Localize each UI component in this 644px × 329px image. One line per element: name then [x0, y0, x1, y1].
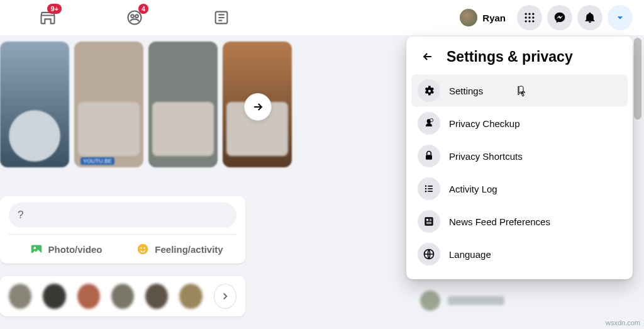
friend-avatar[interactable] — [43, 284, 65, 309]
vertical-scrollbar[interactable] — [634, 38, 643, 327]
settings-label: Settings — [449, 86, 483, 96]
svg-point-10 — [525, 20, 527, 22]
activity-log-item[interactable]: Activity Log — [411, 172, 628, 205]
settings-item[interactable]: Settings — [411, 74, 628, 107]
news-tab[interactable] — [206, 3, 236, 33]
contact-name — [448, 296, 504, 305]
svg-point-5 — [528, 13, 530, 15]
news-feed-preferences-item[interactable]: News Feed Preferences — [411, 205, 628, 238]
gear-icon — [423, 84, 435, 97]
panel-title: Settings & privacy — [447, 48, 573, 65]
feeling-activity-option[interactable]: Feeling/activity — [123, 237, 236, 261]
svg-point-9 — [532, 16, 534, 18]
svg-rect-21 — [426, 155, 432, 160]
svg-point-8 — [528, 16, 530, 18]
svg-rect-31 — [430, 220, 431, 221]
svg-rect-28 — [425, 217, 433, 225]
groups-tab[interactable]: 4 — [119, 3, 150, 33]
svg-rect-32 — [426, 222, 431, 223]
privacy-checkup-item[interactable]: Privacy Checkup — [411, 107, 628, 140]
story-card[interactable] — [148, 42, 218, 167]
back-button[interactable] — [418, 47, 438, 67]
groups-badge: 4 — [138, 4, 148, 14]
grid-icon — [523, 11, 536, 24]
friend-avatar[interactable] — [145, 284, 168, 309]
svg-point-20 — [430, 119, 433, 122]
svg-rect-33 — [426, 223, 431, 224]
settings-privacy-panel: Settings & privacy Settings Privacy Chec… — [406, 36, 633, 279]
svg-point-22 — [425, 186, 427, 187]
marketplace-tab[interactable]: 9+ — [33, 3, 63, 33]
nav-center-tabs: 9+ 4 — [8, 3, 236, 33]
svg-rect-27 — [428, 191, 433, 192]
feeling-icon — [136, 242, 150, 256]
divider — [9, 234, 236, 235]
lock-icon — [423, 150, 435, 162]
story-card[interactable]: YOUTU.BE — [74, 42, 143, 167]
notifications-button[interactable] — [577, 5, 602, 30]
privacy-checkup-icon — [423, 117, 435, 130]
activity-log-label: Activity Log — [449, 184, 497, 194]
nav-right-controls: Ryan — [457, 5, 633, 30]
privacy-shortcuts-label: Privacy Shortcuts — [449, 151, 523, 162]
svg-point-23 — [425, 188, 427, 190]
panel-header: Settings & privacy — [411, 43, 628, 74]
stories-next-button[interactable] — [244, 93, 272, 121]
bell-icon — [584, 11, 596, 24]
caret-down-icon — [614, 11, 626, 24]
menu-grid-button[interactable] — [517, 5, 542, 30]
friends-next-button[interactable] — [214, 284, 236, 309]
svg-rect-29 — [426, 219, 428, 221]
news-icon — [213, 9, 230, 26]
svg-point-2 — [135, 14, 138, 18]
chevron-right-icon — [219, 291, 231, 302]
language-item[interactable]: Language — [411, 238, 628, 270]
friends-row — [0, 276, 245, 316]
friend-avatar[interactable] — [111, 284, 134, 309]
privacy-shortcuts-item[interactable]: Privacy Shortcuts — [411, 140, 628, 172]
svg-point-4 — [525, 13, 527, 15]
contact-avatar — [420, 291, 440, 311]
svg-point-6 — [532, 13, 534, 15]
messenger-button[interactable] — [547, 5, 572, 30]
svg-point-7 — [525, 16, 527, 18]
privacy-checkup-label: Privacy Checkup — [449, 118, 520, 129]
svg-point-0 — [128, 11, 142, 25]
composer-prompt[interactable]: ? — [9, 203, 236, 228]
photo-video-option[interactable]: Photo/video — [9, 237, 123, 261]
profile-name: Ryan — [482, 13, 506, 23]
photo-video-label: Photo/video — [48, 244, 103, 255]
account-menu-button[interactable] — [608, 5, 633, 30]
svg-point-16 — [140, 247, 142, 248]
composer-options: Photo/video Feeling/activity — [9, 237, 236, 261]
scrollbar-thumb[interactable] — [634, 38, 641, 120]
contact-row[interactable] — [420, 291, 621, 311]
profile-chip[interactable]: Ryan — [457, 6, 512, 29]
list-icon — [423, 182, 435, 195]
svg-rect-25 — [428, 186, 433, 187]
svg-point-1 — [131, 14, 134, 18]
messenger-icon — [553, 11, 566, 24]
stories-tray: YOUTU.BE — [0, 42, 270, 180]
feeling-label: Feeling/activity — [155, 244, 223, 255]
avatar — [460, 9, 477, 26]
svg-point-12 — [532, 20, 534, 22]
news-feed-label: News Feed Preferences — [449, 216, 550, 227]
friend-avatar[interactable] — [179, 284, 202, 309]
svg-point-17 — [144, 247, 145, 248]
svg-point-14 — [33, 247, 36, 249]
svg-point-15 — [138, 244, 148, 255]
svg-rect-26 — [428, 188, 433, 189]
friend-avatar[interactable] — [77, 284, 100, 309]
top-navigation: 9+ 4 Ryan — [0, 0, 644, 35]
svg-rect-30 — [430, 219, 431, 220]
cursor-icon — [516, 86, 526, 101]
youtube-tag: YOUTU.BE — [80, 157, 114, 165]
friend-avatar[interactable] — [9, 284, 31, 309]
globe-icon — [423, 248, 435, 260]
feed-icon — [423, 215, 435, 228]
language-label: Language — [449, 249, 491, 260]
arrow-right-icon — [252, 101, 264, 113]
story-card[interactable] — [0, 42, 69, 167]
watermark: wsxdn.com — [606, 319, 640, 326]
